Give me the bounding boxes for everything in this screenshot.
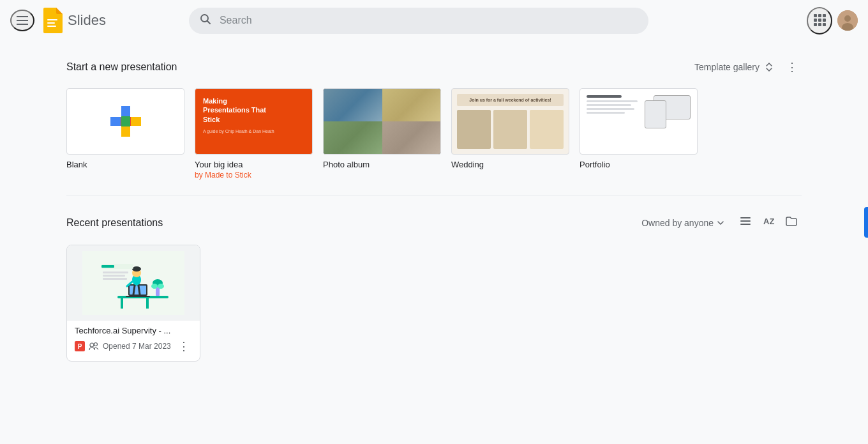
template-card-your-big-idea[interactable]: MakingPresentations ThatStick A guide by… [195, 88, 313, 180]
list-view-icon [739, 215, 752, 227]
header-right [807, 7, 858, 34]
main-content: Start a new presentation Template galler… [51, 41, 817, 362]
svg-rect-23 [121, 298, 123, 309]
svg-rect-7 [823, 14, 826, 17]
template-card-wedding[interactable]: Join us for a full weekend of activities… [451, 88, 569, 180]
blank-template-thumb [66, 88, 184, 155]
presentation-type-icon: P [75, 341, 85, 351]
svg-line-32 [133, 286, 135, 295]
presentations-grid: Techforce.ai Supervity - ... P Opened 7 … [66, 245, 802, 362]
svg-rect-27 [126, 296, 150, 297]
svg-rect-9 [818, 19, 821, 22]
svg-rect-13 [823, 23, 826, 26]
svg-rect-18 [740, 220, 751, 222]
your-big-idea-sub: by Made to Stick [195, 171, 313, 180]
recent-presentations-header: Recent presentations Owned by anyone [66, 211, 802, 234]
presentation-more-button[interactable]: ⋮ [176, 338, 192, 355]
svg-text:AZ: AZ [763, 217, 774, 226]
templates-row: Blank MakingPresentations ThatStick A gu… [66, 88, 802, 195]
new-presentation-title: Start a new presentation [66, 61, 177, 73]
svg-point-36 [151, 284, 158, 289]
more-options-button[interactable]: ⋮ [782, 56, 802, 78]
list-view-button[interactable] [735, 211, 756, 234]
svg-point-37 [158, 284, 164, 289]
svg-rect-40 [103, 272, 128, 273]
avatar[interactable] [837, 10, 858, 31]
presentation-title: Techforce.ai Supervity - ... [75, 326, 192, 335]
svg-rect-41 [103, 275, 125, 277]
svg-rect-5 [814, 14, 817, 17]
template-card-photo-album[interactable]: Photo album [323, 88, 441, 180]
search-input[interactable] [220, 15, 638, 26]
blank-template-name: Blank [66, 160, 184, 169]
photo-album-name: Photo album [323, 160, 441, 169]
owned-by-filter[interactable]: Owned by anyone [636, 214, 730, 232]
gallery-controls: Template gallery ⋮ [689, 56, 802, 78]
section-divider [66, 195, 802, 195]
wedding-thumb: Join us for a full weekend of activities… [451, 88, 569, 155]
svg-point-43 [90, 343, 94, 347]
owned-by-label: Owned by anyone [641, 218, 714, 228]
svg-rect-42 [103, 278, 127, 280]
svg-point-15 [844, 15, 851, 22]
svg-line-4 [207, 20, 210, 24]
plus-icon [110, 106, 141, 137]
app-logo[interactable]: Slides [42, 8, 106, 33]
your-big-idea-name: Your big idea [195, 160, 313, 169]
app-name-label: Slides [68, 12, 106, 29]
search-bar [189, 8, 648, 34]
scroll-indicator [864, 207, 868, 238]
presentation-card[interactable]: Techforce.ai Supervity - ... P Opened 7 … [66, 245, 200, 362]
svg-rect-12 [818, 23, 821, 26]
portfolio-name: Portfolio [580, 160, 698, 169]
svg-rect-17 [740, 217, 751, 218]
svg-rect-10 [823, 19, 826, 22]
presentation-thumbnail [67, 245, 200, 321]
svg-line-33 [138, 286, 140, 295]
app-header: Slides [0, 0, 868, 41]
template-gallery-button[interactable]: Template gallery [689, 57, 780, 77]
template-card-blank[interactable]: Blank [66, 88, 184, 180]
portfolio-thumb [580, 88, 698, 155]
menu-button[interactable] [10, 10, 34, 31]
template-card-portfolio[interactable]: Portfolio [580, 88, 698, 180]
recent-presentations-title: Recent presentations [66, 217, 163, 229]
grid-apps-icon [813, 13, 826, 26]
presentation-meta: P Opened 7 Mar 2023 ⋮ [75, 338, 192, 355]
svg-rect-2 [47, 26, 56, 27]
presentation-date: Opened 7 Mar 2023 [103, 342, 172, 351]
slides-logo-icon [42, 8, 63, 33]
svg-rect-24 [146, 298, 149, 309]
svg-rect-8 [814, 19, 817, 22]
svg-rect-19 [740, 224, 751, 225]
google-apps-button[interactable] [807, 7, 832, 34]
svg-rect-11 [814, 23, 817, 26]
view-buttons: AZ [735, 211, 802, 234]
folder-view-button[interactable] [781, 211, 802, 234]
header-left: Slides [10, 8, 106, 33]
shared-icon [89, 341, 99, 351]
photo-album-thumb [323, 88, 441, 155]
svg-rect-39 [101, 265, 114, 268]
recent-controls: Owned by anyone AZ [636, 211, 802, 234]
folder-view-icon [785, 215, 798, 227]
svg-rect-6 [818, 14, 821, 17]
sort-icon: AZ [762, 215, 775, 227]
sort-button[interactable]: AZ [758, 211, 779, 234]
svg-point-44 [94, 343, 98, 346]
presentation-thumb-image [82, 251, 184, 315]
svg-point-30 [132, 266, 141, 272]
template-gallery-label: Template gallery [694, 62, 760, 72]
wedding-name: Wedding [451, 160, 569, 169]
svg-rect-1 [47, 22, 55, 24]
presentation-icon-label: P [78, 343, 82, 350]
search-icon [199, 13, 212, 29]
svg-rect-0 [47, 19, 57, 20]
expand-collapse-icon [763, 61, 775, 73]
presentation-info: Techforce.ai Supervity - ... P Opened 7 … [67, 321, 200, 361]
dropdown-arrow-icon [716, 218, 725, 227]
new-presentation-header: Start a new presentation Template galler… [66, 41, 802, 88]
avatar-image [837, 10, 858, 31]
your-big-idea-thumb: MakingPresentations ThatStick A guide by… [195, 88, 313, 155]
